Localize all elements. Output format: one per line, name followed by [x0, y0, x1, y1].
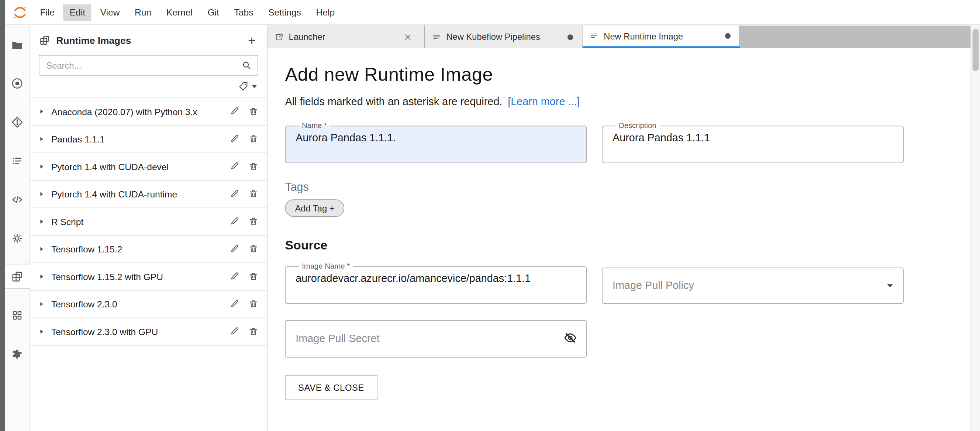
- runtime-images-sidebar: Runtime Images +: [30, 25, 267, 431]
- menu-view[interactable]: View: [94, 4, 126, 20]
- name-field-label: Name *: [299, 122, 330, 130]
- activity-running-icon[interactable]: [5, 70, 30, 95]
- edit-runtime-image-button[interactable]: [229, 188, 240, 200]
- activity-gear-icon[interactable]: [5, 226, 30, 251]
- toggle-secret-visibility-button[interactable]: [563, 331, 578, 347]
- activity-runtime-images-icon[interactable]: [5, 264, 30, 289]
- menu-kernel[interactable]: Kernel: [160, 4, 199, 20]
- save-and-close-button[interactable]: SAVE & CLOSE: [285, 375, 377, 400]
- required-note-text: All fields marked with an asterisk are r…: [285, 95, 502, 107]
- tab-new-runtime-image[interactable]: New Runtime Image: [582, 25, 740, 48]
- caret-right-icon[interactable]: [38, 273, 45, 280]
- caret-right-icon[interactable]: [38, 136, 45, 143]
- menu-tabs[interactable]: Tabs: [228, 4, 260, 20]
- image-pull-secret-field[interactable]: [285, 320, 587, 358]
- add-runtime-image-button[interactable]: +: [245, 33, 258, 47]
- menu-git[interactable]: Git: [202, 4, 226, 20]
- tab-new-kubeflow-pipelines[interactable]: New Kubeflow Pipelines: [425, 25, 582, 48]
- activity-git-icon[interactable]: [5, 109, 30, 134]
- tags-label: Tags: [285, 181, 980, 194]
- image-name-field-label: Image Name *: [299, 262, 353, 270]
- delete-runtime-image-button[interactable]: [248, 105, 259, 118]
- delete-runtime-image-button[interactable]: [248, 215, 259, 228]
- edit-runtime-image-button[interactable]: [229, 215, 240, 228]
- learn-more-link[interactable]: [Learn more ...]: [508, 95, 580, 107]
- activity-puzzle-icon[interactable]: [5, 341, 30, 366]
- runtime-image-row[interactable]: Pandas 1.1.1: [30, 126, 267, 153]
- runtime-image-label: Tensorflow 1.15.2: [51, 244, 221, 254]
- runtime-image-row[interactable]: Tensorflow 2.3.0: [30, 291, 267, 318]
- runtime-image-row[interactable]: Tensorflow 1.15.2: [30, 236, 267, 264]
- caret-right-icon[interactable]: [38, 246, 45, 253]
- search-input[interactable]: [45, 60, 241, 71]
- caret-right-icon[interactable]: [38, 328, 45, 335]
- caret-right-icon[interactable]: [38, 163, 45, 170]
- scrollbar-thumb[interactable]: [973, 29, 979, 71]
- caret-right-icon[interactable]: [38, 301, 45, 308]
- vertical-scrollbar[interactable]: [971, 25, 980, 431]
- pencil-icon: [229, 188, 240, 199]
- edit-runtime-image-button[interactable]: [229, 243, 240, 255]
- activity-folder-icon[interactable]: [5, 32, 30, 57]
- caret-right-icon[interactable]: [38, 108, 45, 115]
- runtime-image-row[interactable]: Anaconda (2020.07) with Python 3.x: [30, 98, 267, 126]
- apps-icon: [11, 309, 24, 322]
- close-icon[interactable]: [403, 32, 412, 41]
- image-name-field[interactable]: Image Name *: [285, 262, 587, 304]
- delete-runtime-image-button[interactable]: [248, 160, 259, 173]
- delete-runtime-image-button[interactable]: [248, 133, 259, 145]
- unsaved-dot-indicator[interactable]: [568, 34, 573, 40]
- caret-right-icon[interactable]: [38, 191, 45, 198]
- delete-runtime-image-button[interactable]: [248, 326, 259, 338]
- search-box[interactable]: [39, 55, 258, 76]
- description-field[interactable]: Description: [602, 122, 904, 163]
- unsaved-dot-indicator[interactable]: [725, 33, 730, 39]
- runtime-image-row[interactable]: Pytorch 1.4 with CUDA-devel: [30, 153, 267, 181]
- gear-icon: [11, 232, 24, 245]
- runtime-image-row[interactable]: Tensorflow 1.15.2 with GPU: [30, 263, 267, 291]
- edit-runtime-image-button[interactable]: [229, 105, 240, 118]
- edit-runtime-image-button[interactable]: [229, 298, 240, 310]
- edit-runtime-image-button[interactable]: [229, 133, 240, 145]
- activity-apps-icon[interactable]: [5, 302, 30, 328]
- delete-runtime-image-button[interactable]: [248, 243, 259, 255]
- menu-edit[interactable]: Edit: [64, 4, 92, 20]
- name-input[interactable]: [294, 130, 578, 152]
- runtime-image-label: Pytorch 1.4 with CUDA-runtime: [51, 189, 221, 199]
- trash-icon: [248, 215, 259, 226]
- runtime-image-row[interactable]: Tensorflow 2.3.0 with GPU: [30, 318, 267, 346]
- activity-code-icon[interactable]: [5, 187, 30, 212]
- activity-toc-icon[interactable]: [5, 148, 30, 173]
- edit-runtime-image-button[interactable]: [229, 270, 240, 283]
- edit-runtime-image-button[interactable]: [229, 160, 240, 173]
- delete-runtime-image-button[interactable]: [248, 298, 259, 310]
- runtime-image-row[interactable]: R Script: [30, 208, 267, 236]
- image-pull-secret-input[interactable]: [294, 332, 563, 345]
- tab-launcher[interactable]: Launcher: [267, 25, 425, 48]
- delete-runtime-image-button[interactable]: [248, 270, 259, 283]
- menu-settings[interactable]: Settings: [262, 4, 307, 20]
- image-name-input[interactable]: [294, 270, 578, 292]
- puzzle-icon: [11, 347, 24, 361]
- tab-label: Launcher: [289, 32, 398, 42]
- eye-off-icon: [563, 331, 578, 345]
- caret-right-icon[interactable]: [38, 218, 45, 225]
- description-input[interactable]: [611, 130, 894, 152]
- runtime-image-row[interactable]: Pytorch 1.4 with CUDA-runtime: [30, 181, 267, 208]
- running-icon: [11, 77, 24, 90]
- pencil-icon: [229, 105, 240, 116]
- sidebar-title: Runtime Images: [56, 35, 245, 46]
- edit-runtime-image-button[interactable]: [229, 326, 240, 338]
- tag-filter[interactable]: [30, 76, 267, 97]
- file-lines-icon: [432, 32, 441, 41]
- menu-items: FileEditViewRunKernelGitTabsSettingsHelp: [32, 4, 342, 20]
- name-field[interactable]: Name *: [285, 122, 587, 163]
- image-pull-policy-select[interactable]: Image Pull Policy: [602, 267, 904, 304]
- add-tag-button[interactable]: Add Tag +: [285, 199, 344, 216]
- pencil-icon: [229, 298, 240, 309]
- menu-help[interactable]: Help: [310, 4, 341, 20]
- menubar: FileEditViewRunKernelGitTabsSettingsHelp: [5, 0, 980, 25]
- delete-runtime-image-button[interactable]: [248, 188, 259, 200]
- menu-run[interactable]: Run: [129, 4, 158, 20]
- menu-file[interactable]: File: [33, 4, 60, 20]
